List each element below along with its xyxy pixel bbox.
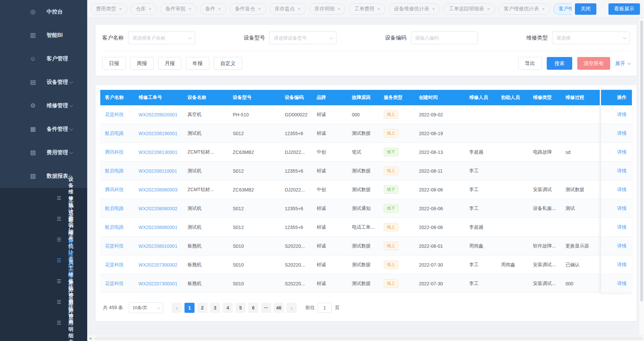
tab-pill[interactable]: 客户维修明细表 × (553, 3, 572, 15)
report-range-button[interactable]: 月报 (158, 57, 181, 70)
tab-pill[interactable]: 仓库 × (130, 3, 157, 15)
customer-link[interactable]: 航启电路 (105, 206, 124, 211)
sidebar-item[interactable]: ☰ 工单追踪明细表 (0, 209, 87, 229)
detail-link[interactable]: 详情 (617, 206, 627, 212)
close-icon[interactable]: × (298, 7, 301, 11)
customer-link[interactable]: 腾讯科技 (105, 149, 124, 155)
tab-pill[interactable]: 备件审批 × (160, 3, 197, 15)
sidebar-item[interactable]: ▥ 智能BI (0, 23, 87, 47)
customer-link[interactable]: 花篮科技 (105, 243, 124, 248)
detail-link[interactable]: 详情 (617, 149, 627, 155)
export-button[interactable]: 导出 (518, 57, 542, 70)
close-icon[interactable]: × (432, 7, 435, 11)
filter-control[interactable] (269, 32, 336, 44)
order-number-link[interactable]: WX202207300002 (139, 262, 177, 268)
page-button[interactable]: 4 (223, 303, 233, 313)
filter-input[interactable] (132, 35, 188, 41)
report-range-button[interactable]: 自定义 (214, 57, 242, 70)
prev-page-button[interactable]: ‹ (172, 303, 182, 313)
filter-control[interactable] (128, 32, 195, 44)
tab-pill[interactable]: 库存明细 × (309, 3, 346, 15)
next-page-button[interactable]: › (286, 303, 297, 313)
sidebar-item[interactable]: ▧ 费用管理 (0, 141, 87, 164)
close-icon[interactable]: × (338, 7, 340, 11)
close-icon[interactable]: × (487, 7, 490, 11)
customer-link[interactable]: 航启电路 (105, 224, 124, 230)
tab-pill[interactable]: 客户维修统计表 × (498, 3, 550, 15)
detail-link[interactable]: 详情 (617, 112, 627, 118)
sidebar-item[interactable]: ☰ 客户维修明细表 (0, 250, 87, 271)
clear-all-button[interactable]: 清空所有 (577, 57, 610, 70)
filter-control[interactable] (411, 32, 478, 44)
close-icon[interactable]: × (149, 7, 152, 11)
detail-link[interactable]: 详情 (617, 281, 627, 287)
order-number-link[interactable]: WX202208010001 (139, 243, 177, 249)
tab-pill[interactable]: 工单追踪明细表 × (443, 3, 495, 15)
close-icon[interactable]: × (119, 7, 122, 11)
order-number-link[interactable]: WX202208060002 (139, 206, 177, 211)
order-number-link[interactable]: WX202208060001 (139, 225, 177, 230)
sidebar-item[interactable]: ☺ 客户管理 (0, 47, 87, 70)
close-icon[interactable]: × (258, 7, 261, 11)
tab-pill[interactable]: 备件返仓 × (229, 3, 266, 15)
order-number-link[interactable]: WX202208060003 (139, 187, 177, 192)
customer-link[interactable]: 腾讯科技 (105, 187, 124, 192)
order-number-link[interactable]: WX202208130001 (139, 150, 177, 155)
order-number-link[interactable]: WX202209020001 (139, 112, 177, 117)
report-range-button[interactable]: 年报 (186, 57, 209, 70)
customer-link[interactable]: 航启电路 (105, 168, 124, 173)
board-display-button[interactable]: 看板展示 (608, 3, 640, 15)
page-button[interactable]: ••• (261, 303, 271, 313)
tab-pill[interactable]: 费用类型 × (91, 3, 127, 15)
filter-input[interactable] (274, 35, 329, 41)
detail-link[interactable]: 详情 (617, 224, 627, 230)
page-size-select[interactable]: 10条/页 (129, 302, 163, 313)
detail-link[interactable]: 详情 (617, 187, 627, 193)
customer-link[interactable]: 航启电路 (105, 130, 124, 136)
report-range-button[interactable]: 周报 (130, 57, 154, 70)
detail-link[interactable]: 详情 (617, 262, 627, 268)
page-button[interactable]: 6 (248, 303, 258, 313)
tab-pill[interactable]: 库存盘点 × (269, 3, 306, 15)
report-range-button[interactable]: 日报 (102, 57, 126, 70)
sidebar-item[interactable]: ☰ 差旅费用统计表 (0, 292, 87, 312)
order-number-link[interactable]: WX202208110001 (139, 168, 177, 174)
close-icon[interactable]: × (189, 7, 191, 11)
detail-link[interactable]: 详情 (617, 168, 627, 174)
filter-control[interactable] (552, 32, 630, 44)
sidebar-item[interactable]: ▤ 设备管理 (0, 70, 87, 94)
customer-link[interactable]: 花篮科技 (105, 281, 124, 286)
filter-input[interactable] (415, 35, 474, 41)
page-button[interactable]: 2 (197, 303, 207, 313)
close-all-button[interactable]: 关闭 (575, 3, 596, 15)
page-button[interactable]: 3 (210, 303, 220, 313)
sidebar-item[interactable]: ☰ 员工维修统计表 (0, 271, 87, 292)
sidebar-item[interactable]: ⚙ 维修管理 (0, 94, 87, 117)
tab-pill[interactable]: 工单费用 × (349, 3, 385, 15)
close-icon[interactable]: × (377, 7, 380, 11)
page-button[interactable]: 1 (184, 303, 195, 313)
order-number-link[interactable]: WX202208190001 (139, 131, 177, 136)
detail-link[interactable]: 详情 (617, 130, 627, 136)
sidebar-item[interactable]: ◎ 中控台 (0, 0, 87, 23)
goto-page-input[interactable] (318, 303, 332, 313)
customer-link[interactable]: 花篮科技 (105, 112, 124, 117)
page-button[interactable]: 5 (235, 303, 246, 313)
scroll-left-arrow-icon[interactable]: ◀ (87, 337, 93, 340)
sidebar-item[interactable]: ☰ 客户维修统计表 (0, 229, 87, 250)
tab-pill[interactable]: 设备维修统计表 × (389, 3, 440, 15)
sidebar-item[interactable]: ☰ 差旅费用明细表 (0, 312, 87, 333)
vertical-scrollbar-thumb[interactable] (640, 20, 643, 301)
close-icon[interactable]: × (218, 7, 221, 11)
customer-link[interactable]: 花篮科技 (105, 262, 124, 267)
sidebar-item[interactable]: ☰ 设备维修统计表 (0, 188, 87, 209)
page-button[interactable]: 46 (274, 303, 284, 313)
filter-input[interactable] (556, 35, 623, 41)
horizontal-scrollbar-thumb[interactable] (95, 337, 643, 340)
sidebar-item[interactable]: ▦ 备件管理 (0, 117, 87, 141)
expand-toggle[interactable]: 展开 (615, 60, 630, 67)
order-number-link[interactable]: WX202207300001 (139, 281, 177, 286)
tab-pill[interactable]: 备件 × (200, 3, 226, 15)
detail-link[interactable]: 详情 (617, 243, 627, 249)
search-button[interactable]: 搜索 (547, 57, 572, 70)
